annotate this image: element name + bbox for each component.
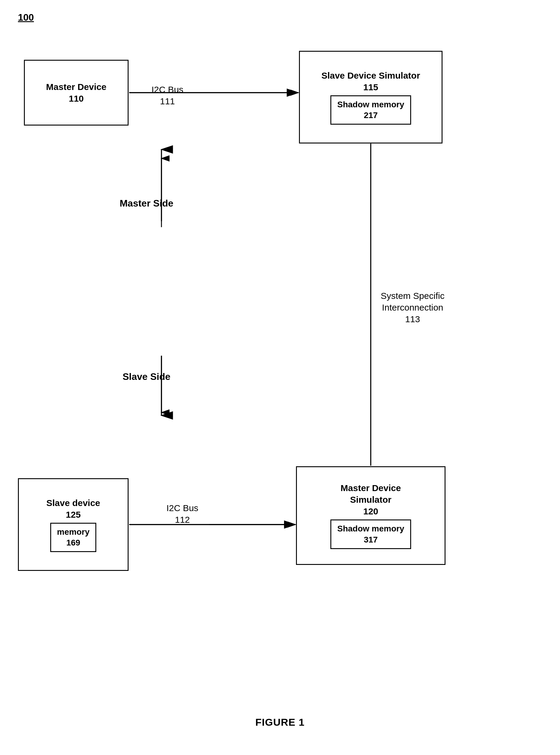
- shadow-memory-317-box: Shadow memory 317: [331, 519, 411, 549]
- shadow-memory-217-title: Shadow memory 217: [337, 99, 404, 121]
- system-specific-label: System Specific Interconnection 113: [359, 290, 466, 325]
- figure-label: FIGURE 1: [255, 716, 305, 728]
- master-device-box: Master Device 110: [24, 60, 128, 125]
- master-side-label: Master Side: [111, 197, 182, 210]
- memory-169-title: memory 169: [57, 527, 90, 549]
- i2c-bus-bottom-label: I2C Bus 112: [153, 502, 212, 526]
- slave-side-label: Slave Side: [111, 371, 182, 383]
- slave-device-simulator-title: Slave Device Simulator 115: [321, 70, 420, 93]
- shadow-memory-317-title: Shadow memory 317: [337, 523, 404, 545]
- page-number: 100: [18, 12, 34, 23]
- i2c-bus-top-label: I2C Bus 111: [138, 84, 197, 107]
- master-device-simulator-title: Master Device Simulator 120: [341, 482, 401, 517]
- shadow-memory-217-box: Shadow memory 217: [331, 95, 411, 125]
- memory-169-box: memory 169: [50, 523, 97, 552]
- master-device-simulator-box: Master Device Simulator 120 Shadow memor…: [296, 466, 445, 565]
- slave-device-box: Slave device 125 memory 169: [18, 478, 128, 571]
- master-device-title: Master Device 110: [46, 81, 106, 104]
- slave-device-title: Slave device 125: [46, 497, 100, 521]
- slave-device-simulator-box: Slave Device Simulator 115 Shadow memory…: [299, 51, 442, 143]
